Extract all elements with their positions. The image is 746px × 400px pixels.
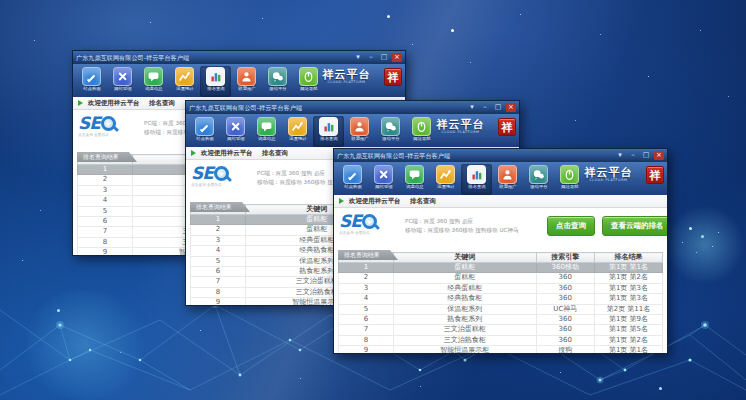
maximize-button[interactable]: □	[493, 103, 503, 112]
toolbar-item-wechat-platform[interactable]: 微信平台	[262, 66, 293, 97]
minimize-button[interactable]: –	[480, 103, 490, 112]
close-button[interactable]: ×	[506, 103, 516, 112]
rank-table-container: 序号关键词搜索引擎排名结果 1蛋糕柜360移动第1页 第1名2蛋糕柜360第1页…	[334, 252, 667, 353]
table-row[interactable]: 7三文治蛋糕柜360第1页 第5名	[339, 325, 663, 335]
toolbar-item-label: 网站管理	[114, 86, 131, 92]
close-button[interactable]: ×	[392, 53, 402, 62]
toolbar-item-traffic-stats[interactable]: 流量统计	[282, 116, 313, 147]
toolbar-item-alliance-promo[interactable]: 联盟推广	[344, 116, 375, 147]
brand-logo: 祥云平台 CLOUD PLATFORM 祥	[426, 118, 516, 136]
table-row[interactable]: 9智能恒温展示柜搜狗第1页 第1名	[339, 346, 663, 353]
table-row[interactable]: 4经典熟食柜360第1页 第3名	[339, 294, 663, 304]
brand-name-en: CLOUD PLATFORM	[590, 178, 628, 181]
table-cell: 5	[191, 256, 246, 266]
toolbar-item-inquiry-info[interactable]: 询盘信息	[399, 164, 430, 195]
toolbar-item-label: 联盟推广	[238, 86, 255, 92]
toolbar-item-traffic-stats[interactable]: 流量统计	[430, 164, 461, 195]
toolbar-item-label: 排名查询	[207, 86, 224, 92]
toolbar-item-label: 站点检测	[196, 136, 213, 142]
table-cell: 2	[78, 175, 133, 185]
table-row[interactable]: 6熟食柜系列360第1页 第9名	[339, 315, 663, 325]
skin-button[interactable]: ▾	[615, 151, 625, 160]
table-cell: 第1页 第2名	[594, 273, 662, 283]
minimize-button[interactable]: –	[366, 53, 376, 62]
wechat-platform-icon	[381, 117, 400, 136]
window-controls: ▾ – □ ×	[353, 53, 402, 62]
window-title: 广东九鼎互联网有限公司-祥云平台客户端	[337, 151, 450, 160]
query-button[interactable]: 点击查询	[547, 216, 595, 236]
magnifier-icon	[214, 166, 229, 181]
table-cell: 8	[339, 335, 394, 345]
toolbar-item-site-check[interactable]: 站点检测	[76, 66, 107, 97]
minimize-button[interactable]: –	[628, 151, 638, 160]
magnifier-icon	[362, 214, 377, 229]
seo-logo: SE 点击查询 全面排名	[339, 213, 401, 239]
brand-seal-icon: 祥	[498, 118, 516, 136]
table-cell: 4	[78, 196, 133, 206]
toolbar-item-inquiry-info[interactable]: 询盘信息	[251, 116, 282, 147]
table-cell: 3	[339, 283, 394, 293]
table-cell: 360	[536, 294, 594, 304]
main-toolbar: 站点检测网站管理询盘信息流量统计排名查询联盟推广微信平台网址导航 祥云平台 CL…	[186, 114, 519, 147]
skin-button[interactable]: ▾	[353, 53, 363, 62]
table-cell: 三文治熟食柜	[394, 335, 537, 345]
window-titlebar[interactable]: 广东九鼎互联网有限公司-祥云平台客户端 ▾ – □ ×	[186, 101, 519, 114]
toolbar-item-site-manage[interactable]: 网站管理	[220, 116, 251, 147]
toolbar-item-label: 流量统计	[289, 136, 306, 142]
table-row[interactable]: 8三文治熟食柜360第1页 第2名	[339, 335, 663, 345]
toolbar-item-label: 微信平台	[269, 86, 286, 92]
table-cell: 1	[78, 165, 133, 175]
window-titlebar[interactable]: 广东九鼎互联网有限公司-祥云平台客户端 ▾ – □ ×	[334, 149, 667, 162]
inquiry-info-icon	[144, 67, 163, 86]
toolbar-item-wechat-platform[interactable]: 微信平台	[375, 116, 406, 147]
window-titlebar[interactable]: 广东九鼎互联网有限公司-祥云平台客户端 ▾ – □ ×	[73, 51, 405, 64]
toolbar-item-rank-query[interactable]: 排名查询	[313, 116, 344, 147]
toolbar-item-alliance-promo[interactable]: 联盟推广	[231, 66, 262, 97]
toolbar-item-alliance-promo[interactable]: 联盟推广	[492, 164, 523, 195]
main-toolbar: 站点检测网站管理询盘信息流量统计排名查询联盟推广微信平台网址导航 祥云平台 CL…	[73, 64, 405, 97]
toolbar-item-inquiry-info[interactable]: 询盘信息	[138, 66, 169, 97]
tab-rank-results[interactable]: 排名查询结果	[77, 152, 137, 162]
engine-list: PC端：百度 360 搜狗 必应 移动端：百度移动 360移动 搜狗移动 UC神…	[405, 217, 547, 235]
brand-logo: 祥云平台 CLOUD PLATFORM 祥	[574, 166, 664, 184]
skin-button[interactable]: ▾	[467, 103, 477, 112]
main-toolbar: 站点检测网站管理询盘信息流量统计排名查询联盟推广微信平台网址导航 祥云平台 CL…	[334, 162, 667, 195]
close-button[interactable]: ×	[654, 151, 664, 160]
table-cell: 熟食柜系列	[394, 315, 537, 325]
toolbar-item-label: 站点检测	[83, 86, 100, 92]
toolbar-item-site-manage[interactable]: 网站管理	[368, 164, 399, 195]
view-cloud-rank-button[interactable]: 查看云端的排名	[602, 216, 668, 236]
toolbar-item-label: 询盘信息	[145, 86, 162, 92]
toolbar-item-wechat-platform[interactable]: 微信平台	[523, 164, 554, 195]
toolbar-item-site-check[interactable]: 站点检测	[337, 164, 368, 195]
toolbar-item-label: 网址导航	[413, 136, 430, 142]
seo-logo-caption: 点击查询 全面排名	[191, 182, 229, 188]
brand-name-en: CLOUD PLATFORM	[442, 130, 480, 133]
toolbar-item-site-manage[interactable]: 网站管理	[107, 66, 138, 97]
brand-seal-icon: 祥	[384, 68, 402, 86]
maximize-button[interactable]: □	[379, 53, 389, 62]
table-cell: 360	[536, 315, 594, 325]
seo-logo: SE 点击查询 全面排名	[78, 115, 140, 141]
alliance-promo-icon	[498, 165, 517, 184]
toolbar-item-rank-query[interactable]: 排名查询	[461, 164, 492, 195]
table-row[interactable]: 2蛋糕柜360第1页 第2名	[339, 273, 663, 283]
table-cell: 搜狗	[536, 346, 594, 353]
table-cell: 9	[78, 248, 133, 255]
toolbar-item-traffic-stats[interactable]: 流量统计	[169, 66, 200, 97]
toolbar-item-site-check[interactable]: 站点检测	[189, 116, 220, 147]
table-cell: 蛋糕柜	[394, 263, 537, 273]
table-cell: 360	[536, 283, 594, 293]
toolbar-item-rank-query[interactable]: 排名查询	[200, 66, 231, 97]
table-row[interactable]: 5保温柜系列UC神马第2页 第11名	[339, 304, 663, 314]
table-cell: 4	[339, 294, 394, 304]
tab-rank-results[interactable]: 排名查询结果	[338, 250, 398, 260]
maximize-button[interactable]: □	[641, 151, 651, 160]
table-row[interactable]: 3经典蛋糕柜360第1页 第3名	[339, 283, 663, 293]
tab-rank-results[interactable]: 排名查询结果	[190, 202, 250, 212]
toolbar-item-label: 联盟推广	[499, 184, 516, 190]
site-check-icon	[195, 117, 214, 136]
table-row[interactable]: 1蛋糕柜360移动第1页 第1名	[339, 263, 663, 273]
window-title: 广东九鼎互联网有限公司-祥云平台客户端	[189, 103, 302, 112]
rank-query-icon	[319, 117, 338, 136]
